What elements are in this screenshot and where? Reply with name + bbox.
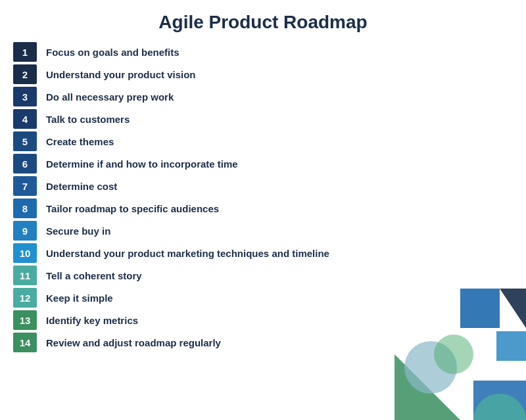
page-title: Agile Product Roadmap: [0, 0, 526, 42]
roadmap-item: 2Understand your product vision: [13, 64, 513, 84]
item-number-8: 8: [13, 198, 37, 218]
roadmap-item: 11Tell a coherent story: [13, 266, 513, 285]
roadmap-item: 6Determine if and how to incorporate tim…: [13, 154, 513, 174]
item-text-3: Do all necessary prep work: [46, 91, 174, 103]
item-text-11: Tell a coherent story: [46, 270, 142, 281]
item-number-4: 4: [13, 109, 37, 129]
item-number-3: 3: [13, 87, 37, 106]
item-text-2: Understand your product vision: [46, 69, 196, 80]
item-text-14: Review and adjust roadmap regularly: [46, 337, 221, 348]
roadmap-item: 4Talk to customers: [13, 109, 513, 129]
item-number-1: 1: [13, 42, 37, 62]
item-text-8: Tailor roadmap to specific audiences: [46, 203, 219, 214]
roadmap-item: 10Understand your product marketing tech…: [13, 243, 513, 263]
roadmap-item: 1Focus on goals and benefits: [13, 42, 513, 62]
item-text-4: Talk to customers: [46, 114, 130, 125]
decorations: [394, 289, 526, 420]
item-number-7: 7: [13, 176, 37, 196]
roadmap-item: 9Secure buy in: [13, 221, 513, 241]
item-text-6: Determine if and how to incorporate time: [46, 158, 238, 170]
svg-rect-1: [460, 289, 500, 328]
item-number-10: 10: [13, 243, 37, 263]
item-text-9: Secure buy in: [46, 225, 110, 237]
item-text-13: Identify key metrics: [46, 315, 138, 326]
item-number-5: 5: [13, 131, 37, 151]
item-number-14: 14: [13, 333, 37, 352]
item-text-7: Determine cost: [46, 181, 117, 192]
roadmap-item: 8Tailor roadmap to specific audiences: [13, 198, 513, 218]
svg-rect-6: [496, 331, 526, 361]
item-text-12: Keep it simple: [46, 292, 113, 304]
item-number-12: 12: [13, 288, 37, 308]
item-number-11: 11: [13, 266, 37, 285]
svg-point-4: [434, 335, 473, 374]
roadmap-item: 7Determine cost: [13, 176, 513, 196]
svg-marker-2: [500, 289, 526, 328]
roadmap-item: 5Create themes: [13, 131, 513, 151]
item-text-10: Understand your product marketing techni…: [46, 248, 329, 259]
item-number-2: 2: [13, 64, 37, 84]
item-text-1: Focus on goals and benefits: [46, 47, 179, 58]
item-number-9: 9: [13, 221, 37, 241]
item-text-5: Create themes: [46, 136, 114, 147]
item-number-13: 13: [13, 310, 37, 330]
roadmap-item: 3Do all necessary prep work: [13, 87, 513, 106]
item-number-6: 6: [13, 154, 37, 174]
